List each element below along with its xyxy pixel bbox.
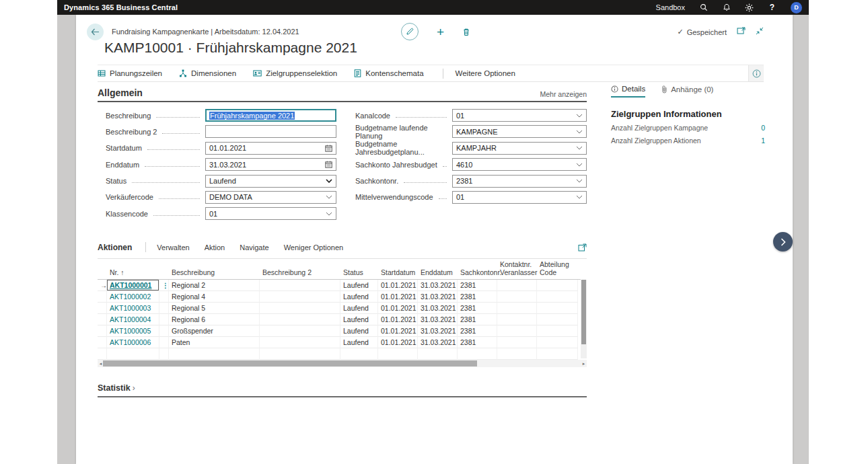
menu-verwalten[interactable]: Verwalten bbox=[157, 243, 189, 252]
record-link[interactable]: AKT1000002 bbox=[110, 293, 151, 301]
vertical-scrollbar[interactable] bbox=[581, 280, 587, 358]
back-button[interactable] bbox=[87, 24, 104, 40]
chevron-down-icon[interactable] bbox=[576, 195, 583, 199]
share-icon bbox=[578, 243, 587, 252]
section-rule bbox=[98, 101, 587, 102]
chevron-down-icon[interactable] bbox=[326, 179, 332, 183]
col-header-kontaktnr[interactable]: Kontaktnr. Veranlasser bbox=[497, 259, 537, 279]
scrollbar-thumb[interactable] bbox=[103, 360, 477, 366]
chevron-down-icon[interactable] bbox=[576, 163, 583, 167]
share-button[interactable] bbox=[578, 243, 587, 252]
settings-gear-icon[interactable] bbox=[745, 3, 754, 12]
klassencode-lookup[interactable]: 01 bbox=[205, 207, 336, 220]
toolbar-item-planungszeilen[interactable]: Planungszeilen bbox=[98, 69, 162, 77]
app-title: Dynamics 365 Business Central bbox=[64, 3, 178, 11]
field-mittelverwendungscode: Mittelverwendungscode 01 bbox=[355, 191, 587, 204]
new-button[interactable]: + bbox=[437, 26, 444, 38]
collapse-button[interactable] bbox=[756, 27, 764, 35]
col-header-status[interactable]: Status bbox=[340, 259, 378, 279]
toolbar-more-options[interactable]: Weitere Optionen bbox=[456, 69, 515, 77]
beschreibung-input[interactable]: Frühjahrskampagne 2021 bbox=[205, 109, 336, 122]
next-record-button[interactable] bbox=[773, 232, 793, 252]
section-general-title[interactable]: Allgemein bbox=[98, 87, 143, 98]
chevron-down-icon[interactable] bbox=[326, 212, 332, 216]
record-link[interactable]: AKT1000005 bbox=[110, 327, 151, 335]
menu-aktion[interactable]: Aktion bbox=[205, 243, 225, 252]
statistik-toggle[interactable]: Statistik › bbox=[98, 383, 587, 393]
verkaeufercode-lookup[interactable]: DEMO DATA bbox=[205, 191, 336, 204]
paperclip-icon bbox=[661, 85, 667, 93]
help-button[interactable]: ? bbox=[768, 3, 776, 12]
page-title[interactable]: KAMP10001 · Frühjahrskampagne 2021 bbox=[104, 40, 357, 56]
chevron-down-icon[interactable] bbox=[576, 179, 583, 183]
status-select[interactable]: Laufend bbox=[205, 175, 336, 188]
sachkonto-jahresbudget-lookup[interactable]: 4610 bbox=[452, 158, 587, 171]
table-row[interactable]: AKT1000003 Regional 5 Laufend 01.01.2021… bbox=[98, 303, 587, 314]
col-header-enddatum[interactable]: Enddatum bbox=[418, 259, 458, 279]
field-label: Enddatum bbox=[106, 161, 139, 169]
budgetname-jahr-lookup[interactable]: KAMPJAHR bbox=[452, 142, 587, 155]
avatar[interactable]: D bbox=[791, 2, 802, 13]
table-row[interactable]: AKT1000004 Regional 6 Laufend 01.01.2021… bbox=[98, 314, 587, 325]
scrollbar-thumb[interactable] bbox=[581, 280, 586, 344]
notifications-icon[interactable] bbox=[722, 3, 731, 12]
table-row[interactable]: AKT1000002 Regional 4 Laufend 01.01.2021… bbox=[98, 291, 587, 303]
chevron-down-icon[interactable] bbox=[576, 146, 583, 150]
table-row-empty bbox=[98, 348, 587, 360]
edit-button[interactable] bbox=[401, 23, 419, 40]
budgetname-laufend-lookup[interactable]: KAMPAGNE bbox=[452, 125, 587, 138]
toolbar-item-dimensionen[interactable]: Dimensionen bbox=[179, 69, 236, 77]
scroll-right-arrow[interactable]: ▸ bbox=[581, 361, 587, 366]
mittelverwendungscode-lookup[interactable]: 01 bbox=[452, 191, 587, 204]
toolbar-item-kontenschemata[interactable]: Kontenschemata bbox=[354, 69, 423, 77]
col-header-startdatum[interactable]: Startdatum bbox=[378, 259, 418, 279]
sachkontonr-lookup[interactable]: 2381 bbox=[452, 175, 587, 188]
chevron-down-icon[interactable] bbox=[576, 114, 583, 118]
planning-lines-icon bbox=[98, 69, 106, 77]
record-link[interactable]: AKT1000004 bbox=[110, 315, 151, 323]
kanalcode-lookup[interactable]: 01 bbox=[452, 109, 587, 122]
field-sachkonto-jahresbudget: Sachkonto Jahresbudget 4610 bbox=[355, 158, 587, 171]
beschreibung2-input[interactable] bbox=[205, 125, 336, 138]
table-row[interactable]: → AKT1000001 ⋮ Regional 2 Laufend 01.01.… bbox=[98, 280, 587, 291]
environment-label[interactable]: Sandbox bbox=[656, 3, 685, 11]
chevron-down-icon[interactable] bbox=[576, 130, 583, 134]
menu-navigate[interactable]: Navigate bbox=[240, 243, 268, 252]
record-link[interactable]: AKT1000003 bbox=[110, 304, 151, 312]
table-header-row: Nr. ↑ Beschreibung Beschreibung 2 Status… bbox=[98, 259, 581, 280]
current-row-icon: → bbox=[100, 282, 107, 289]
kampagne-count-link[interactable]: 0 bbox=[761, 124, 765, 132]
record-link[interactable]: AKT1000006 bbox=[110, 338, 151, 346]
table-row[interactable]: AKT1000005 Großspender Laufend 01.01.202… bbox=[98, 325, 587, 337]
search-icon[interactable] bbox=[699, 3, 708, 12]
open-in-new-window-button[interactable] bbox=[737, 27, 746, 35]
col-header-abteilung[interactable]: Abteilung Code bbox=[537, 259, 578, 279]
field-enddatum: Enddatum 31.03.2021 bbox=[106, 158, 345, 171]
calendar-icon[interactable] bbox=[325, 145, 332, 152]
tab-details[interactable]: Details bbox=[611, 85, 645, 98]
col-header-sachkontonr[interactable]: Sachkontonr. bbox=[458, 259, 497, 279]
tab-attachments[interactable]: Anhänge (0) bbox=[661, 85, 713, 98]
horizontal-scrollbar[interactable]: ◂ ▸ bbox=[98, 360, 587, 367]
aktionen-title[interactable]: Aktionen bbox=[98, 243, 132, 252]
col-header-nr[interactable]: Nr. ↑ bbox=[107, 259, 159, 279]
chevron-down-icon[interactable] bbox=[326, 195, 332, 199]
aktionen-count-link[interactable]: 1 bbox=[761, 137, 765, 145]
enddatum-input[interactable]: 31.03.2021 bbox=[205, 158, 336, 171]
toolbar-item-zielgruppenselektion[interactable]: Zielgruppenselektion bbox=[253, 69, 337, 77]
show-more-link[interactable]: Mehr anzeigen bbox=[540, 90, 587, 98]
dimensions-icon bbox=[179, 69, 187, 77]
menu-weniger-optionen[interactable]: Weniger Optionen bbox=[284, 243, 343, 252]
field-klassencode: Klassencode 01 bbox=[106, 207, 345, 220]
field-label: Startdatum bbox=[106, 144, 142, 152]
table-row[interactable]: AKT1000006 Paten Laufend 01.01.2021 31.0… bbox=[98, 337, 587, 348]
record-link[interactable]: AKT1000001 bbox=[110, 281, 151, 289]
segment-contact-icon bbox=[253, 69, 262, 77]
col-header-beschreibung2[interactable]: Beschreibung 2 bbox=[260, 259, 340, 279]
fact-box-toggle[interactable] bbox=[748, 65, 764, 81]
delete-button[interactable] bbox=[462, 28, 470, 36]
startdatum-input[interactable]: 01.01.2021 bbox=[205, 142, 336, 155]
col-header-beschreibung[interactable]: Beschreibung bbox=[169, 259, 260, 279]
row-menu-icon[interactable]: ⋮ bbox=[162, 282, 169, 289]
calendar-icon[interactable] bbox=[325, 161, 332, 168]
